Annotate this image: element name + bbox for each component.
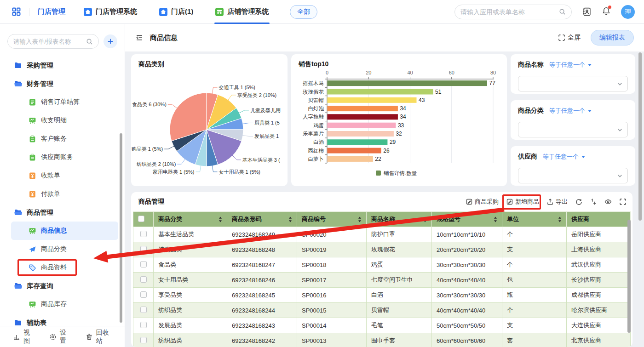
bar[interactable] — [328, 89, 433, 95]
sort-arrows-icon[interactable] — [288, 216, 292, 222]
bar[interactable] — [328, 123, 396, 128]
apps-grid-icon[interactable] — [12, 7, 21, 16]
sidebar-item-11[interactable]: 商品分类 — [11, 240, 118, 258]
bar[interactable] — [328, 131, 394, 137]
bar[interactable] — [328, 80, 488, 86]
bar[interactable] — [328, 139, 388, 145]
sidebar-footer-2[interactable]: 设置 — [49, 329, 70, 345]
table-scrollbar[interactable] — [627, 220, 631, 333]
eye-button[interactable] — [604, 198, 612, 205]
column-header[interactable]: 单位 — [502, 212, 567, 227]
toolbar-button-2[interactable]: 新增商品 — [506, 198, 539, 206]
sidebar-item-14[interactable]: 商品库存 — [11, 295, 118, 313]
sort-arrows-icon[interactable] — [218, 216, 222, 222]
row-checkbox[interactable] — [140, 322, 147, 328]
table-row[interactable]: 食品类6923248168247SP00018鸡蛋30cm*30cm*30/30… — [133, 257, 631, 273]
table-row[interactable]: 发展品类6923248168243SP00014毛笔50cm*50cm*50/5… — [133, 318, 631, 333]
table-row[interactable]: 享受品类6923248168245SP00016白酒30cm*30cm*30/3… — [133, 288, 631, 303]
row-checkbox[interactable] — [140, 231, 147, 237]
table-cell: 40cm*40cm*40/40 — [432, 273, 502, 288]
fullscreen-button[interactable]: 全屏 — [558, 34, 581, 42]
sidebar-item-2[interactable]: 财务管理 — [11, 74, 118, 93]
row-checkbox[interactable] — [140, 261, 147, 267]
form-search-field[interactable] — [13, 38, 83, 45]
all-filter-pill[interactable]: 全部 — [290, 5, 317, 19]
bar[interactable] — [328, 97, 417, 103]
workspace-link[interactable]: 门店管理 — [38, 7, 65, 16]
sort-arrows-icon[interactable] — [423, 216, 427, 222]
sidebar-item-8[interactable]: 付款单 — [11, 185, 118, 203]
fullscreen-button[interactable] — [620, 199, 626, 205]
sidebar-item-4[interactable]: 收支明细 — [11, 111, 118, 130]
sidebar-item-6[interactable]: 供应商账务 — [11, 148, 118, 166]
topbar-tab-3[interactable]: 店铺管理系统 — [215, 0, 269, 24]
filter-select[interactable] — [518, 168, 628, 183]
sidebar-item-5[interactable]: 客户账务 — [11, 130, 118, 148]
sidebar-item-1[interactable]: 采购管理 — [11, 56, 118, 74]
notifications-bell-icon[interactable] — [602, 6, 611, 17]
filter-select[interactable] — [518, 76, 628, 91]
sort-arrows-icon[interactable] — [494, 216, 497, 222]
sort-arrows-icon[interactable] — [358, 216, 362, 222]
search-icon[interactable] — [559, 8, 566, 15]
column-header[interactable]: 商品编号 — [297, 212, 367, 227]
column-header[interactable]: 商品名称 — [367, 212, 432, 227]
contacts-book-icon[interactable] — [582, 7, 592, 17]
table-row[interactable]: 纺织品类6923248168244SP00015贝雷帽40cm*40cm*40/… — [133, 303, 631, 318]
select-all-checkbox[interactable] — [138, 216, 144, 222]
row-checkbox[interactable] — [140, 246, 147, 252]
table-row[interactable]: 基本生活品类6923248168249SP00020防护口罩10cm*10cm*… — [133, 227, 631, 242]
bar-category-label: 摇摇木马 — [303, 80, 324, 86]
collapse-menu-icon[interactable] — [135, 34, 144, 42]
filter-operator[interactable]: 等于任意一个 — [543, 153, 586, 161]
row-checkbox[interactable] — [140, 307, 147, 313]
bar-category-label: 贝雷帽 — [308, 97, 324, 103]
global-search-input[interactable] — [454, 5, 572, 19]
column-header-label: 单位 — [507, 215, 519, 223]
toolbar-button-3[interactable]: 导出 — [547, 198, 568, 206]
bar[interactable] — [328, 114, 398, 119]
sidebar-item-12[interactable]: 商品资料 — [11, 258, 118, 277]
sidebar-item-13[interactable]: 库存查询 — [11, 277, 118, 295]
avatar[interactable]: 理 — [621, 5, 635, 19]
home-icon — [159, 8, 167, 16]
row-checkbox[interactable] — [140, 276, 147, 283]
legend-swatch[interactable] — [376, 171, 381, 176]
table-row[interactable]: 纺织品类6923248168242SP00013围巾手套60cm*60cm*60… — [133, 333, 631, 347]
sidebar-item-10[interactable]: 商品信息 — [11, 222, 118, 240]
fullscreen-icon — [620, 199, 626, 205]
form-search-input[interactable] — [7, 34, 99, 49]
column-header[interactable]: 商品分类 — [154, 212, 227, 227]
topbar-tab-2[interactable]: 门店(1) — [159, 0, 193, 24]
column-header[interactable]: 规格型号 — [432, 212, 502, 227]
table-row[interactable]: 女士用品类6923248168246SP00017七度空间卫生巾40cm*40c… — [133, 273, 631, 288]
sidebar-item-3[interactable]: 销售订单结算 — [11, 93, 118, 111]
refresh-button[interactable] — [575, 199, 582, 205]
sort-arrows-icon[interactable] — [558, 216, 562, 222]
global-search-field[interactable] — [460, 8, 555, 16]
bar[interactable] — [328, 106, 398, 111]
bar[interactable] — [328, 156, 373, 162]
filter-operator[interactable]: 等于任意一个 — [549, 61, 592, 69]
column-header[interactable]: 商品条形码 — [227, 212, 297, 227]
table-cell: 个 — [502, 303, 567, 318]
edit-report-button[interactable]: 编辑报表 — [591, 30, 634, 46]
sort-button[interactable] — [590, 199, 597, 205]
row-checkbox[interactable] — [140, 337, 147, 343]
sidebar-item-7[interactable]: 收款单 — [11, 166, 118, 185]
row-checkbox[interactable] — [140, 291, 147, 298]
table-row[interactable]: 选购品类6923248168248SP00019玫瑰假花20cm*20cm*20… — [133, 242, 631, 257]
bar[interactable] — [328, 148, 381, 154]
toolbar-button-label: 新增商品 — [515, 198, 539, 206]
main-scrollbar[interactable] — [638, 52, 642, 221]
filter-operator[interactable]: 等于任意一个 — [549, 107, 592, 115]
add-form-button[interactable] — [104, 34, 117, 48]
topbar-tab-1[interactable]: 门店管理系统 — [84, 0, 137, 24]
sidebar-item-9[interactable]: 商品管理 — [11, 203, 118, 222]
sidebar-footer-3[interactable]: 回收站 — [86, 329, 112, 345]
sidebar-scrollbar[interactable] — [120, 133, 122, 323]
filter-select[interactable] — [518, 122, 628, 137]
toolbar-button-1[interactable]: 商品采购 — [466, 198, 499, 206]
column-header[interactable]: 供应商 — [567, 212, 631, 227]
sidebar-footer-1[interactable]: 视图 — [13, 329, 34, 345]
